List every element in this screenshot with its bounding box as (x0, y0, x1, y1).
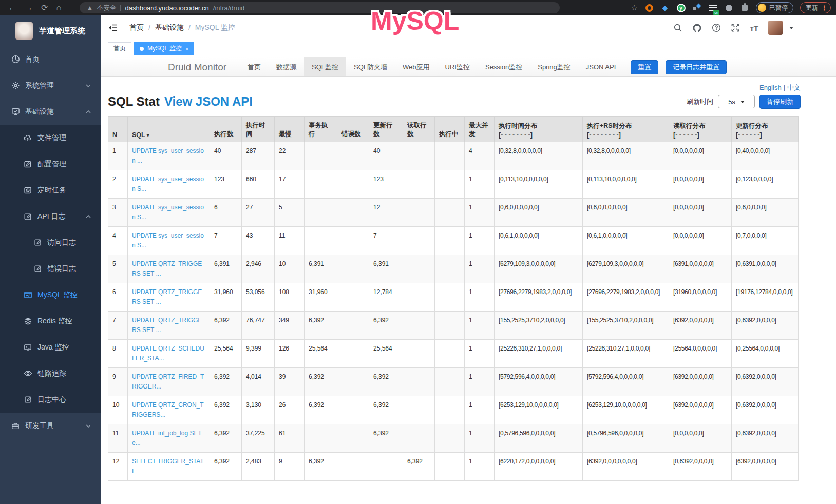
kebab-menu-icon[interactable]: ⋮ (821, 4, 828, 12)
redis-monitor-icon (23, 317, 32, 325)
sql-link[interactable]: UPDATE sys_user_session S... (132, 204, 204, 221)
sidebar-item[interactable]: Redis 监控 (0, 308, 101, 334)
table-cell: [6391,0,0,0,0,0] (669, 255, 732, 283)
reload-icon[interactable]: ⟳ (41, 4, 48, 12)
sql-link[interactable]: UPDATE QRTZ_CRON_TRIGGERS... (132, 401, 204, 418)
sidebar-fold-icon[interactable] (108, 24, 118, 32)
page-tab[interactable]: 首页 (108, 42, 131, 55)
column-header[interactable]: SQL▼ (128, 117, 210, 142)
druid-tab[interactable]: 数据源 (269, 57, 304, 76)
table-cell (403, 283, 435, 312)
extension-icon[interactable] (692, 3, 701, 12)
column-header[interactable]: 更新行数 (369, 117, 403, 142)
fullscreen-icon[interactable] (731, 23, 740, 32)
column-header[interactable]: 执行+RS时分布[- - - - - - - -] (583, 117, 669, 142)
sidebar-item[interactable]: 文件管理 (0, 125, 101, 151)
breadcrumb-item[interactable]: MySQL 监控 (195, 23, 235, 32)
druid-tab[interactable]: Spring监控 (530, 57, 578, 76)
sql-link[interactable]: UPDATE QRTZ_TRIGGERS SET ... (132, 317, 202, 334)
druid-brand[interactable]: Druid Monitor (168, 62, 226, 73)
paused-badge[interactable]: 已暂停 (756, 2, 793, 13)
home-icon[interactable]: ⌂ (56, 4, 61, 12)
druid-tab[interactable]: 首页 (240, 57, 269, 76)
druid-tab[interactable]: SQL防火墙 (346, 57, 395, 76)
column-header[interactable]: 执行时间 (242, 117, 275, 142)
puzzle-extensions-icon[interactable] (740, 3, 749, 12)
sidebar-item[interactable]: 基础设施 (0, 99, 101, 125)
search-icon[interactable] (673, 23, 682, 32)
back-icon[interactable]: ← (8, 4, 16, 12)
avatar[interactable] (768, 21, 783, 35)
sidebar-item[interactable]: 链路追踪 (0, 360, 101, 386)
table-cell (435, 340, 465, 368)
column-header[interactable]: 错误数 (337, 117, 369, 142)
caret-down-icon[interactable] (789, 27, 793, 29)
sql-link[interactable]: UPDATE QRTZ_SCHEDULER_STA... (132, 345, 204, 362)
druid-tab[interactable]: Session监控 (478, 57, 530, 76)
app-logo-row[interactable]: 芋道管理系统 (0, 15, 101, 46)
sidebar-item[interactable]: 日志中心 (0, 386, 101, 413)
sql-link[interactable]: UPDATE sys_user_session S... (132, 176, 204, 192)
sidebar-item[interactable]: 配置管理 (0, 151, 101, 177)
bookmark-star-icon[interactable]: ☆ (631, 3, 638, 12)
github-icon[interactable] (692, 23, 702, 33)
sql-link[interactable]: UPDATE QRTZ_TRIGGERS SET ... (132, 260, 202, 277)
reset-button[interactable]: 重置 (631, 60, 658, 74)
sidebar-item[interactable]: 系统管理 (0, 72, 101, 99)
pause-refresh-button[interactable]: 暂停刷新 (759, 95, 801, 109)
sidebar-item[interactable]: 访问日志 (0, 229, 101, 256)
sidebar-item[interactable]: 错误日志 (0, 256, 101, 282)
column-header[interactable]: 执行中 (435, 117, 465, 142)
column-header[interactable]: 事务执行 (305, 117, 337, 142)
sql-link[interactable]: UPDATE QRTZ_FIRED_TRIGGER... (132, 373, 204, 390)
column-header[interactable]: 读取行分布[- - - - - -] (669, 117, 732, 142)
sql-link[interactable]: UPDATE sys_user_session S... (132, 232, 204, 249)
security-label[interactable]: 不安全 (97, 4, 117, 12)
druid-tab[interactable]: JSON API (578, 57, 624, 76)
sidebar-item[interactable]: 研发工具 (0, 413, 101, 439)
lang-english-link[interactable]: English (759, 84, 782, 91)
column-header[interactable]: 更新行分布[- - - - - -] (732, 117, 799, 142)
druid-tab[interactable]: URI监控 (438, 57, 478, 76)
address-bar[interactable]: ▲ 不安全 dashboard.yudao.iocoder.cn/infra/d… (80, 2, 560, 13)
table-cell (403, 142, 435, 170)
breadcrumb-item[interactable]: 首页 (129, 23, 144, 32)
sidebar-item[interactable]: Java 监控 (0, 334, 101, 360)
sql-link[interactable]: UPDATE QRTZ_TRIGGERS SET ... (132, 288, 202, 305)
extension-icon[interactable]: ◆ (660, 3, 670, 12)
refresh-interval-select[interactable]: 5s (718, 95, 755, 108)
table-cell (435, 396, 465, 424)
table-row: 4UPDATE sys_user_session S...7431171[0,6… (108, 227, 799, 255)
log-and-reset-button[interactable]: 记录日志并重置 (666, 60, 727, 74)
breadcrumb-item[interactable]: 基础设施 (155, 23, 184, 32)
sidebar-item[interactable]: MySQL 监控 (0, 282, 101, 308)
column-header[interactable]: 最大并发 (465, 117, 495, 142)
table-cell: [0,0,0,0,0,0] (669, 424, 732, 453)
sidebar-item[interactable]: 定时任务 (0, 177, 101, 203)
sql-link[interactable]: SELECT TRIGGER_STATE (132, 458, 204, 475)
forward-icon[interactable]: → (25, 4, 33, 12)
sql-link[interactable]: UPDATE inf_job_log SET e... (132, 430, 202, 447)
sidebar-item[interactable]: API 日志 (0, 203, 101, 229)
help-icon[interactable] (712, 23, 721, 32)
sql-link[interactable]: UPDATE sys_user_session ... (132, 147, 204, 164)
lang-chinese-link[interactable]: 中文 (787, 84, 801, 91)
sidebar-item[interactable]: 首页 (0, 46, 101, 72)
close-icon[interactable]: × (185, 46, 188, 52)
column-header[interactable]: 读取行数 (403, 117, 435, 142)
view-json-api-link[interactable]: View JSON API (164, 94, 253, 109)
column-header[interactable]: 执行时间分布[- - - - - - - -] (495, 117, 583, 142)
column-header[interactable]: N (108, 117, 128, 142)
page-tab[interactable]: MySQL 监控× (134, 42, 194, 55)
font-size-icon[interactable]: ᴛT (750, 24, 758, 32)
column-header[interactable]: 执行数 (210, 117, 242, 142)
update-button[interactable]: 更新⋮ (800, 2, 831, 13)
column-header[interactable]: 最慢 (275, 117, 305, 142)
druid-tab[interactable]: Web应用 (395, 57, 438, 76)
extension-icon[interactable] (644, 3, 654, 12)
druid-tab[interactable]: SQL监控 (304, 57, 346, 76)
extension-icon[interactable]: y (676, 3, 686, 12)
extension-icon[interactable]: on (708, 3, 717, 12)
table-cell: 25,564 (305, 340, 337, 368)
extension-icon[interactable] (724, 3, 733, 12)
